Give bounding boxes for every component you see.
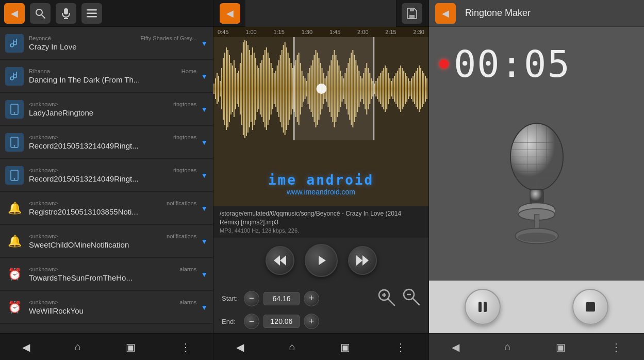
svg-rect-54 [277,66,278,112]
song-arrow-icon: ▼ [201,39,208,47]
zoom-controls [377,287,420,309]
list-item[interactable]: ⏰ <unknown> alarms WeWillRockYou ▼ [0,291,213,324]
song-title: Record20150513214049Ringt... [29,174,196,183]
nav-home-button[interactable]: ⌂ [67,337,89,357]
timeline-tick: 1:30 [302,29,312,35]
nav-home-button[interactable]: ⌂ [281,337,304,357]
nav-back-button[interactable]: ◀ [228,337,252,357]
song-album: ringtones [173,167,196,173]
nav-home-button[interactable]: ⌂ [497,337,519,357]
record-back-button[interactable]: ◀ [435,3,456,24]
svg-rect-149 [423,73,424,104]
timeline-tick: 1:00 [245,29,256,35]
mic-button[interactable] [56,3,76,24]
svg-rect-48 [268,53,269,125]
svg-rect-154 [373,37,374,140]
svg-rect-42 [258,68,259,109]
svg-rect-17 [220,81,221,96]
end-label: End: [222,318,240,325]
timer-display: 00:05 [454,42,571,86]
end-value-input[interactable] [263,315,300,328]
nav-back-button[interactable]: ◀ [443,337,468,357]
nav-recent-button[interactable]: ▣ [548,337,574,357]
svg-rect-14 [215,78,216,99]
svg-rect-15 [217,73,218,104]
song-title: LadyJaneRingtone [29,108,196,117]
song-artist: <unknown> [29,200,58,206]
list-item[interactable]: <unknown> ringtones LadyJaneRingtone ▼ [0,93,213,126]
song-info: Beyoncé Fifty Shades of Grey... Crazy In… [29,35,196,51]
end-plus-button[interactable]: + [304,314,319,329]
record-nav-bar: ◀ ⌂ ▣ ⋮ [429,333,644,360]
menu-button[interactable] [81,3,102,24]
nav-menu-button[interactable]: ⋮ [603,337,630,357]
waveform-visual: // This won't run in SVG context, using … [213,37,428,140]
waveform-area[interactable]: // This won't run in SVG context, using … [213,37,428,206]
stop-button[interactable] [572,289,608,325]
svg-rect-147 [420,68,421,109]
zoom-in-button[interactable] [377,288,395,309]
svg-rect-53 [275,71,276,107]
svg-line-164 [388,299,394,305]
song-artist: <unknown> [29,299,58,305]
maker-nav-bar: ◀ ⌂ ▣ ⋮ [213,333,428,360]
save-button[interactable] [402,3,422,24]
song-title: SweetChildOMineNotification [29,240,196,249]
svg-rect-22 [227,50,228,127]
forward-button[interactable] [348,246,377,275]
list-item[interactable]: Rihanna Home Dancing In The Dark (From T… [0,60,213,93]
list-item[interactable]: <unknown> ringtones Record20150513214049… [0,159,213,192]
bell-icon: 🔔 [5,232,24,251]
svg-rect-32 [243,42,244,135]
song-info: Rihanna Home Dancing In The Dark (From T… [29,68,196,84]
svg-rect-37 [251,55,252,122]
nav-recent-button[interactable]: ▣ [118,337,144,357]
song-arrow-icon: ▼ [201,204,208,212]
list-item[interactable]: 🔔 <unknown> notifications SweetChildOMin… [0,225,213,258]
music-icon [5,67,24,86]
song-info: <unknown> ringtones Record20150513214049… [29,134,196,150]
list-item[interactable]: 🔔 <unknown> notifications Registro201505… [0,192,213,225]
start-value-input[interactable] [263,292,300,305]
end-minus-button[interactable]: − [244,314,259,329]
start-minus-button[interactable]: − [244,291,259,306]
svg-rect-25 [232,66,233,112]
back-button[interactable]: ◀ [4,3,25,24]
song-album: notifications [167,233,196,239]
svg-rect-13 [213,84,214,94]
rewind-button[interactable] [266,246,294,275]
svg-rect-135 [402,68,403,109]
search-button[interactable] [30,3,51,24]
song-meta: <unknown> notifications [29,200,196,206]
list-item[interactable]: ⏰ <unknown> alarms TowardsTheSunFromTheH… [0,258,213,291]
pause-button[interactable] [465,289,501,325]
svg-rect-133 [399,68,400,109]
svg-rect-121 [380,73,381,104]
nav-menu-button[interactable]: ⋮ [172,337,199,357]
svg-rect-43 [260,63,261,114]
svg-rect-41 [257,66,258,112]
song-arrow-icon: ▼ [201,72,208,80]
svg-rect-118 [375,81,376,96]
svg-rect-127 [389,78,390,99]
maker-back-button[interactable]: ◀ [220,3,240,24]
panel-song-list: ◀ [0,0,213,360]
nav-recent-button[interactable]: ▣ [332,337,358,357]
play-button[interactable] [305,244,338,277]
nav-menu-button[interactable]: ⋮ [387,337,414,357]
timeline-tick: 2:00 [357,29,368,35]
svg-rect-151 [426,78,427,99]
svg-rect-7 [87,16,97,18]
nav-back-button[interactable]: ◀ [14,337,38,357]
svg-point-0 [36,9,42,15]
list-item[interactable]: <unknown> ringtones Record20150513214049… [0,126,213,159]
record-controls [429,281,644,333]
svg-rect-21 [226,47,227,130]
zoom-out-button[interactable] [402,287,420,309]
list-item[interactable]: Beyoncé Fifty Shades of Grey... Crazy In… [0,27,213,60]
microphone-area [429,91,644,281]
svg-rect-28 [237,73,238,104]
start-plus-button[interactable]: + [304,291,319,306]
song-arrow-icon: ▼ [201,171,208,179]
svg-rect-129 [392,78,393,99]
